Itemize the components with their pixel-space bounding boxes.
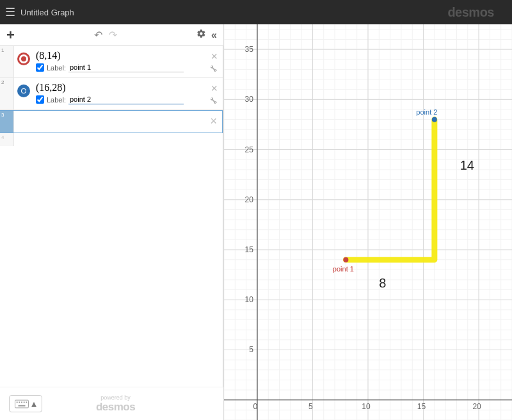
svg-rect-4 [24,401,25,403]
svg-text:point 2: point 2 [416,108,437,116]
expression-index: 1 [0,46,14,77]
svg-text:20: 20 [472,402,481,411]
label-input[interactable] [68,95,184,104]
wrench-icon[interactable]: 🔧︎ [209,64,218,74]
svg-text:15: 15 [245,245,254,254]
svg-text:20: 20 [245,195,254,204]
expression-list: 1 (8,14) Label: × 🔧︎ 2 [0,46,223,387]
svg-text:5: 5 [308,402,313,411]
wrench-icon[interactable]: 🔧︎ [209,96,218,106]
main-area: + ↶ ↷ « 1 (8,14) Label: [0,24,512,420]
graph-title[interactable]: Untitled Graph [20,8,447,17]
svg-text:8: 8 [379,276,386,290]
label-checkbox[interactable] [36,95,44,104]
svg-text:35: 35 [245,45,254,54]
label-checkbox[interactable] [36,63,44,72]
gear-icon[interactable] [196,29,206,41]
expression-row[interactable]: 3 × [0,110,223,133]
sidebar-toolbar: + ↶ ↷ « [0,24,223,46]
expression-row-stub[interactable]: 4 [0,133,223,146]
brand-logo: desmos [447,5,494,20]
expression-color-icon[interactable] [14,78,33,109]
svg-text:15: 15 [417,402,426,411]
app-header: ☰ Untitled Graph desmos [0,0,512,24]
sidebar-footer: ▴ powered by desmos [0,387,223,420]
expression-index: 3 [0,111,14,133]
svg-text:10: 10 [362,402,371,411]
svg-text:14: 14 [460,158,474,172]
expression-row[interactable]: 1 (8,14) Label: × 🔧︎ [0,46,223,78]
svg-text:0: 0 [253,402,258,411]
svg-text:5: 5 [249,345,253,354]
expression-sidebar: + ↶ ↷ « 1 (8,14) Label: [0,24,224,420]
menu-icon[interactable]: ☰ [5,5,15,19]
svg-rect-0 [15,400,28,408]
expression-formula[interactable]: (16,28) [36,82,218,93]
expression-index: 4 [0,133,14,146]
svg-text:10: 10 [245,295,254,304]
label-input[interactable] [68,63,184,72]
svg-point-103 [432,117,437,122]
expression-formula[interactable]: (8,14) [36,50,218,61]
svg-text:25: 25 [245,145,254,154]
svg-point-101 [343,257,348,262]
label-caption: Label: [47,96,66,104]
powered-by: powered by desmos [42,394,189,414]
redo-icon[interactable]: ↷ [109,29,117,41]
undo-icon[interactable]: ↶ [94,29,102,41]
svg-text:point 1: point 1 [333,265,354,273]
svg-rect-5 [26,401,27,403]
svg-rect-2 [19,401,20,403]
add-expression-button[interactable]: + [6,27,15,44]
graph-canvas[interactable]: 051015205101520253035point 1point 2814 [224,24,512,420]
chevron-up-icon: ▴ [31,398,36,410]
keyboard-button[interactable]: ▴ [9,395,42,412]
svg-rect-1 [17,401,18,403]
close-icon[interactable]: × [211,50,218,63]
svg-rect-6 [19,405,26,406]
expression-row[interactable]: 2 (16,28) Label: × 🔧︎ [0,78,223,110]
expression-color-icon[interactable] [14,46,33,77]
expression-index: 2 [0,78,14,109]
close-icon[interactable]: × [210,115,217,128]
close-icon[interactable]: × [211,82,218,95]
label-caption: Label: [47,64,66,72]
collapse-sidebar-icon[interactable]: « [211,29,217,41]
svg-text:30: 30 [245,95,254,104]
svg-rect-3 [21,401,22,403]
